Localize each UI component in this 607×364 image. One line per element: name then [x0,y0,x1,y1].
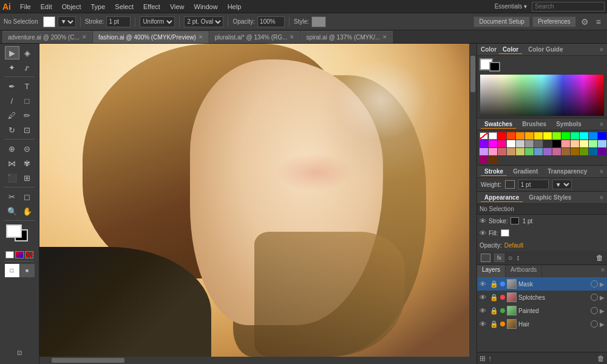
graph-tool[interactable]: ⬛ [5,171,19,184]
layer-eye-painted[interactable]: 👁 [480,307,488,314]
more-options-icon[interactable]: ≡ [594,17,603,27]
swatch-color-38[interactable] [589,148,597,155]
stroke-visibility-eye[interactable]: 👁 [480,217,486,224]
menu-view[interactable]: View [166,2,189,12]
swatch-color-26[interactable] [480,148,488,155]
tab-gradient[interactable]: Gradient [509,167,541,175]
layer-lock-mask[interactable]: 🔒 [490,280,498,288]
swap-colors-icon[interactable] [15,251,24,258]
document-setup-button[interactable]: Document Setup [473,16,530,27]
fullscreen-icon[interactable]: ■ [20,264,35,277]
swatch-color-39[interactable] [598,148,606,155]
tab-swatches[interactable]: Swatches [481,120,516,129]
layer-eye-hair[interactable]: 👁 [480,320,488,328]
menu-object[interactable]: Object [58,2,86,12]
zoom-tool[interactable]: 🔍 [5,204,19,218]
artboard-navigate-icon[interactable]: ⊡ [12,346,27,359]
tab-adventure[interactable]: adventure.ai @ 200% (C... ✕ [2,31,92,43]
tab-layers[interactable]: Layers [477,265,506,277]
swatch-color-8[interactable] [571,132,579,140]
trash-icon[interactable]: 🗑 [596,254,603,262]
symbol-tool[interactable]: ✾ [20,157,35,170]
brush-select[interactable]: 2 pt. Oval [184,16,223,27]
swatch-color-32[interactable] [534,148,543,155]
h-scroll-thumb[interactable] [52,358,124,363]
scale-tool[interactable]: ⊡ [20,123,35,136]
layer-eye-mask[interactable]: 👁 [480,280,488,288]
layer-target-splotches[interactable] [591,294,598,301]
foreground-color-swatch[interactable] [6,224,22,238]
paintbrush-tool[interactable]: 🖊 [5,109,19,122]
menu-edit[interactable]: Edit [36,2,56,12]
swatch-color-13[interactable] [489,140,497,147]
swatch-color-11[interactable] [598,132,606,140]
swatch-color-34[interactable] [552,148,561,155]
stroke-value-input[interactable] [106,16,131,27]
close-tab-adventure[interactable]: ✕ [82,34,87,40]
pen-tool[interactable]: ✒ [5,79,19,93]
layer-arrow-mask[interactable]: ▶ [600,281,605,288]
tab-stroke[interactable]: Stroke [481,167,507,176]
tab-spiral[interactable]: spiral.ai @ 137% (CMYK/... ✕ [300,31,393,43]
menu-window[interactable]: Window [190,2,222,12]
swatch-color-19[interactable] [543,140,552,147]
tab-fashion[interactable]: fashion.ai @ 400% (CMYK/Preview) ✕ [93,31,209,43]
vertical-scrollbar[interactable] [469,44,476,364]
swatch-color-5[interactable] [543,132,552,140]
move-to-layer-icon[interactable]: ↑ [488,354,492,363]
none-icon[interactable] [25,251,33,258]
swatch-color-9[interactable] [580,132,588,140]
swatch-registration[interactable] [480,132,488,140]
layer-eye-splotches[interactable]: 👁 [480,294,488,301]
column-graph-tool[interactable]: ⊞ [20,171,35,184]
stroke-menu-icon[interactable]: ≡ [600,168,603,175]
swatch-color-18[interactable] [534,140,543,147]
swatch-color-12[interactable] [480,140,488,147]
horizontal-scrollbar[interactable] [39,357,469,364]
menu-help[interactable]: Help [223,2,246,12]
swatch-color-37[interactable] [580,148,588,155]
tab-brushes[interactable]: Brushes [518,120,550,128]
layer-hair[interactable]: 👁 🔒 Hair ▶ [477,317,607,331]
swatch-color-3[interactable] [525,132,534,140]
tab-transparency[interactable]: Transparency [544,167,591,175]
preferences-button[interactable]: Preferences [532,16,576,27]
layer-target-painted[interactable] [591,307,598,314]
swatch-color-7[interactable] [561,132,570,140]
appear-footer-swatch[interactable] [481,254,490,262]
tab-color[interactable]: Color [499,46,522,54]
layer-arrow-hair[interactable]: ▶ [600,321,605,328]
swatch-color-16[interactable] [516,140,524,147]
line-tool[interactable]: / [5,94,19,107]
swatch-color-40[interactable] [480,156,488,163]
swatch-color-21[interactable] [561,140,570,147]
stroke-appear-swatch[interactable] [510,217,519,224]
swatch-color-25[interactable] [598,140,606,147]
appearance-menu-icon[interactable]: ≡ [600,194,603,201]
swatch-color-30[interactable] [516,148,524,155]
v-scroll-thumb[interactable] [470,56,475,92]
layer-arrow-splotches[interactable]: ▶ [600,294,605,301]
slice-tool[interactable]: ✂ [5,190,19,203]
style-swatch[interactable] [311,16,326,27]
blend-tool[interactable]: ⋈ [5,157,19,170]
stroke-weight-swatch[interactable] [505,180,515,189]
layer-arrow-painted[interactable]: ▶ [600,308,605,314]
width-tool[interactable]: ⊝ [20,142,35,155]
swatch-color-4[interactable] [534,132,543,140]
swatch-color-22[interactable] [571,140,579,147]
layer-lock-painted[interactable]: 🔒 [490,307,498,315]
layer-target-hair[interactable] [591,320,598,328]
pencil-tool[interactable]: ✏ [20,109,35,122]
swatch-color-23[interactable] [580,140,588,147]
fill-appear-swatch[interactable] [501,229,509,237]
normal-mode-icon[interactable]: □ [5,264,19,277]
fill-visibility-eye[interactable]: 👁 [480,229,486,237]
fill-swatch[interactable] [43,16,55,27]
lasso-tool[interactable]: ꭊ [20,61,35,74]
magic-wand-tool[interactable]: ✦ [5,61,19,74]
layer-splotches[interactable]: 👁 🔒 Splotches ▶ [477,291,607,304]
search-input[interactable] [532,2,605,12]
new-layer-page-icon[interactable]: ⊞ [480,354,486,363]
close-tab-spiral[interactable]: ✕ [382,34,387,40]
